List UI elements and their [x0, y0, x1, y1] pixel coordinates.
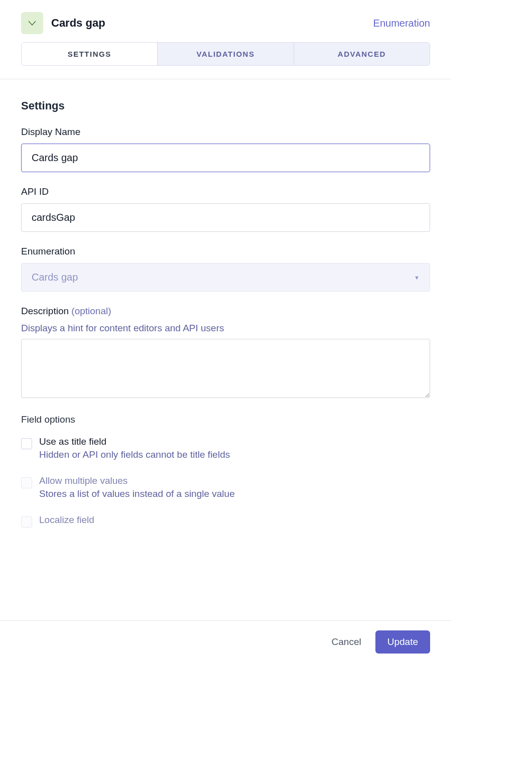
settings-panel[interactable]: Settings Display Name API ID Enumeration… [0, 81, 451, 620]
page-title: Cards gap [51, 17, 105, 30]
title-field-desc: Hidden or API only fields cannot be titl… [39, 449, 230, 460]
localize-field-label: Localize field [39, 514, 94, 526]
enumeration-icon [21, 12, 43, 34]
update-button[interactable]: Update [375, 630, 430, 654]
field-type-label: Enumeration [373, 18, 430, 29]
enumeration-select-value: Cards gap [32, 272, 78, 283]
description-hint: Displays a hint for content editors and … [21, 323, 430, 334]
api-id-label: API ID [21, 186, 430, 197]
field-options-heading: Field options [21, 414, 430, 425]
title-field-label: Use as title field [39, 436, 230, 447]
tabs: SETTINGS VALIDATIONS ADVANCED [21, 42, 430, 66]
api-id-input[interactable] [21, 203, 430, 232]
divider [0, 79, 451, 79]
display-name-label: Display Name [21, 126, 430, 138]
enumeration-select[interactable]: Cards gap ▼ [21, 263, 430, 292]
footer: Cancel Update [0, 620, 451, 663]
description-label: Description (optional) [21, 306, 430, 317]
title-field-checkbox[interactable] [21, 438, 32, 449]
enumeration-label: Enumeration [21, 246, 430, 257]
multiple-values-checkbox [21, 477, 32, 488]
display-name-input[interactable] [21, 144, 430, 172]
tab-validations[interactable]: VALIDATIONS [158, 43, 294, 65]
tab-advanced[interactable]: ADVANCED [294, 43, 430, 65]
cancel-button[interactable]: Cancel [332, 636, 361, 647]
chevron-down-icon: ▼ [414, 275, 420, 281]
description-textarea[interactable] [21, 339, 430, 398]
multiple-values-label: Allow multiple values [39, 475, 235, 486]
tab-settings[interactable]: SETTINGS [22, 43, 158, 65]
multiple-values-desc: Stores a list of values instead of a sin… [39, 488, 235, 499]
localize-field-checkbox [21, 516, 32, 528]
section-heading: Settings [21, 99, 430, 112]
